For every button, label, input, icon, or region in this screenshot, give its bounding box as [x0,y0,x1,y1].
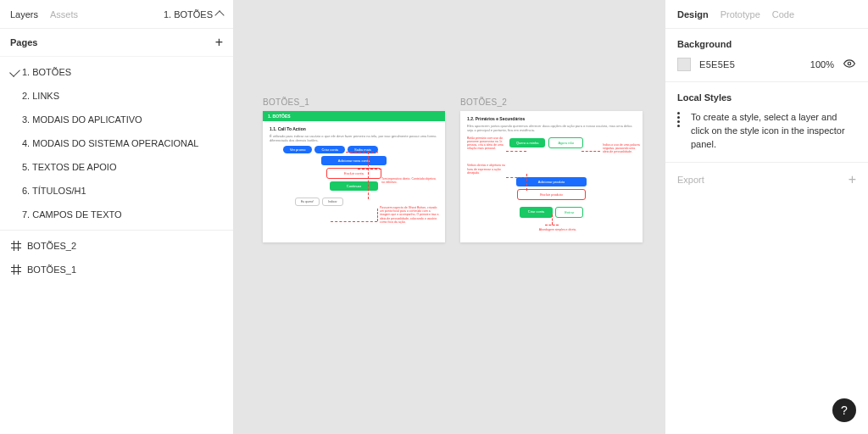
bg-swatch[interactable] [677,58,691,71]
local-styles-section: Local Styles To create a style, select a… [665,82,868,163]
add-page-button[interactable]: + [215,36,223,49]
add-export-button[interactable]: + [849,173,856,186]
local-styles-hint: To create a style, select a layer and cl… [691,111,856,152]
art-intro: É utilizado para indicar ao usuário o qu… [270,134,438,142]
page-item[interactable]: 2. LINKS [0,84,233,108]
sample-button: Agora não [548,137,582,148]
layer-frame-item[interactable]: BOTÕES_1 [0,258,233,281]
artboard: 1. BOTÕES 1.1. Call To Action É utilizad… [263,111,445,242]
section-title: Local Styles [677,92,856,103]
sample-button: Criar conta [520,207,554,218]
page-item[interactable]: 1. BOTÕES [0,60,233,84]
frame-label: BOTÕES_2 [460,97,507,107]
art-band: 1. BOTÕES [263,111,445,121]
current-page-dropdown[interactable]: 1. BOTÕES [164,9,223,19]
right-panel: Design Prototype Code Background E5E5E5 … [665,0,868,434]
sample-button: Excluir produto [517,189,586,200]
chevron-up-icon [214,10,224,19]
page-item[interactable]: 3. MODAIS DO APLICATIVO [0,108,233,131]
art-heading: 1.2. Primários e Secundários [467,116,636,121]
frame-icon [12,265,20,274]
page-item[interactable]: 7. CAMPOS DE TEXTO [0,203,233,226]
tab-assets[interactable]: Assets [50,9,78,19]
annotation: Abordagem simples e direta. [528,228,587,231]
sample-button: Indicar [322,198,343,206]
background-section: Background E5E5E5 100% [665,29,868,82]
frame-icon [12,242,20,250]
left-panel: Layers Assets 1. BOTÕES Pages + 1. BOTÕE… [0,0,234,434]
section-title: Background [677,39,856,49]
svg-point-0 [848,62,851,65]
sample-button: Criar conta [314,146,345,153]
sample-button: Saiba mais [348,146,378,153]
page-list: 1. BOTÕES 2. LINKS 3. MODAIS DO APLICATI… [0,57,233,285]
sample-button: Eu quero! [295,198,320,206]
current-page-label: 1. BOTÕES [164,9,213,19]
sample-button: Excluir conta [326,168,381,179]
annotation: Indica o uso de uma palavra negativa, pa… [603,143,640,154]
styles-grid-icon [677,111,682,127]
annotation: Tom imperativo direto. Conteúdo objetivo… [381,177,437,184]
sample-button: Ver promo [283,146,312,153]
sample-button: Entrar [555,207,583,218]
art-intro: Eles aparecem juntos quando queremos ofe… [467,124,636,132]
canvas[interactable]: BOTÕES_1 1. BOTÕES 1.1. Call To Action É… [234,0,665,434]
right-tabs: Design Prototype Code [665,0,868,29]
sample-button: Adicionar nova conta [321,156,387,165]
tab-layers[interactable]: Layers [10,9,38,19]
pages-title: Pages [10,37,37,47]
page-item[interactable]: 5. TEXTOS DE APOIO [0,155,233,179]
export-section[interactable]: Export + [665,163,868,197]
pages-header: Pages + [0,29,233,57]
annotation: Botão primário com uso do pronome posses… [467,136,506,151]
art-heading: 1.1. Call To Action [270,126,438,131]
tab-design[interactable]: Design [677,9,709,19]
export-label: Export [677,175,704,185]
tab-prototype[interactable]: Prototype [721,9,760,19]
bg-opacity-value[interactable]: 100% [810,59,834,70]
layer-label: BOTÕES_2 [27,241,76,251]
page-item[interactable]: 6. TÍTULOS/H1 [0,179,233,203]
artboard: 1.2. Primários e Secundários Eles aparec… [460,111,643,242]
tab-code[interactable]: Code [772,9,794,19]
sample-button: Continuar [330,181,378,191]
layer-label: BOTÕES_1 [27,264,76,275]
left-tabs: Layers Assets 1. BOTÕES [0,0,233,29]
page-item[interactable]: 4. MODAIS DO SISTEMA OPERACIONAL [0,131,233,155]
frame-label: BOTÕES_1 [263,97,309,107]
frame-botoes-1[interactable]: BOTÕES_1 1. BOTÕES 1.1. Call To Action É… [263,111,445,242]
annotation: Verbos diretos e objetivos na hora de ex… [467,164,509,175]
bg-hex-value[interactable]: E5E5E5 [699,59,735,70]
help-button[interactable]: ? [832,398,856,422]
sample-button: Quero a minha [509,138,545,147]
frame-botoes-2[interactable]: BOTÕES_2 1.2. Primários e Secundários El… [460,111,643,242]
layer-frame-item[interactable]: BOTÕES_2 [0,234,233,258]
annotation: Possuem aspecto de Ghost Button, criando… [380,206,441,224]
visibility-toggle-icon[interactable] [843,58,856,71]
